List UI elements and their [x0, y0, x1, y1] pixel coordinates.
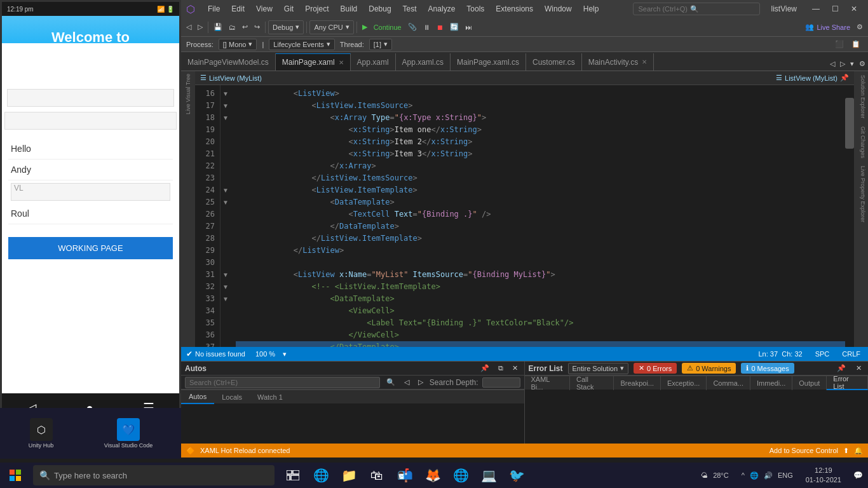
solution-filter-dropdown[interactable]: Entire Solution▾ — [568, 363, 629, 374]
menu-git[interactable]: Git — [279, 3, 299, 15]
toolbar-redo[interactable]: ↪ — [252, 20, 262, 34]
taskbar-store[interactable]: 🛍 — [363, 463, 390, 488]
subtab-immediate[interactable]: Immedi... — [750, 376, 792, 390]
git-changes-tab[interactable]: Git Changes — [854, 123, 868, 162]
search-depth-input[interactable] — [482, 377, 520, 388]
autos-close[interactable]: ✕ — [510, 362, 520, 376]
start-button[interactable] — [0, 463, 31, 488]
maximize-button[interactable]: ☐ — [826, 2, 844, 16]
autos-pin[interactable]: 📌 — [478, 362, 492, 376]
unity-hub-icon[interactable]: ⬡ Unity Hub — [29, 418, 54, 449]
fold-24[interactable]: ▼ — [222, 187, 229, 194]
phone-working-button[interactable]: WORKING PAGE — [8, 237, 173, 259]
fold-16[interactable]: ▼ — [222, 90, 229, 97]
toolbar-step[interactable]: ⏭ — [463, 20, 475, 34]
toolbar-save[interactable]: 💾 — [211, 20, 225, 34]
toolbar-back[interactable]: ◁ — [184, 20, 194, 34]
lifecycle-dropdown[interactable]: Lifecycle Events▾ — [269, 39, 334, 50]
taskbar-edge[interactable]: 🌐 — [308, 463, 334, 488]
fold-18[interactable]: ▼ — [222, 114, 229, 121]
breadcrumb-pin[interactable]: 📌 — [840, 74, 849, 82]
vs-search-box[interactable]: Search (Ctrl+Q) 🔍 — [633, 3, 760, 15]
tabs-settings[interactable]: ⚙ — [857, 57, 868, 71]
menu-analyze[interactable]: Analyze — [423, 3, 461, 15]
continue-btn[interactable]: ▶ — [360, 20, 370, 34]
scrollbar-thumb[interactable] — [845, 98, 854, 149]
solution-explorer-tab[interactable]: Solution Explorer — [854, 71, 868, 123]
menu-debug[interactable]: Debug — [363, 3, 396, 15]
menu-tools[interactable]: Tools — [461, 3, 489, 15]
phone-input-bar[interactable] — [4, 112, 177, 130]
tab-close-mainactivity[interactable]: ✕ — [642, 58, 647, 65]
live-visual-tree-label[interactable]: Live Visual Tree — [185, 74, 191, 114]
autos-search-input[interactable] — [185, 377, 380, 388]
tab-mainpagexamlcs[interactable]: MainPage.xaml.cs — [451, 53, 526, 71]
filter-btn[interactable]: ⬛ — [832, 37, 846, 51]
taskbar-taskview[interactable] — [280, 463, 306, 488]
line-ending[interactable]: CRLF — [839, 350, 863, 358]
tabs-dropdown[interactable]: ▾ — [848, 57, 857, 71]
notification-center-btn[interactable]: 💬 — [848, 463, 868, 488]
thread-dropdown[interactable]: [1]▾ — [369, 39, 392, 50]
menu-build[interactable]: Build — [336, 3, 363, 15]
process-dropdown[interactable]: [] Mono▾ — [219, 39, 257, 50]
menu-help[interactable]: Help — [578, 3, 604, 15]
toolbar-stop[interactable]: ⏹ — [434, 20, 446, 34]
subtab-exceptions[interactable]: Exceptio... — [661, 376, 707, 390]
notification-icon[interactable]: 🔔 — [854, 447, 863, 455]
error-list-close[interactable]: ✕ — [853, 362, 864, 376]
fold-32[interactable]: ▼ — [222, 283, 229, 290]
phone-vl-bar[interactable]: VL — [11, 183, 170, 201]
menu-project[interactable]: Project — [300, 3, 334, 15]
taskbar-firefox[interactable]: 🦊 — [419, 463, 446, 488]
tab-mainpageviewmodel[interactable]: MainPageViewModel.cs — [181, 53, 276, 71]
vscode-icon[interactable]: 💙 Visual Studio Code — [104, 418, 153, 449]
taskbar-chrome[interactable]: 🌐 — [447, 463, 474, 488]
taskbar-mail[interactable]: 📬 — [391, 463, 418, 488]
callstack-btn[interactable]: 📋 — [849, 37, 863, 51]
toolbar-forward[interactable]: ▷ — [195, 20, 205, 34]
subtab-output[interactable]: Output — [792, 376, 827, 390]
taskbar-explorer[interactable]: 📁 — [336, 463, 362, 488]
chevron-icon[interactable]: ^ — [742, 471, 745, 479]
messages-count-badge[interactable]: ℹ0 Messages — [741, 363, 794, 374]
statusbar-zoom-dropdown[interactable]: ▾ — [283, 350, 287, 358]
spacing-type[interactable]: SPC — [813, 350, 832, 358]
language-indicator[interactable]: ENG — [778, 471, 793, 479]
autos-nav-back[interactable]: ◁ — [402, 376, 412, 390]
add-source-control[interactable]: Add to Source Control — [770, 447, 838, 454]
tab-appxamlcs[interactable]: App.xaml.cs — [396, 53, 451, 71]
live-share-btn[interactable]: 👥 Live Share — [805, 23, 850, 31]
fold-17[interactable]: ▼ — [222, 102, 229, 109]
subtab-xamlbi[interactable]: XAML Bi... — [525, 376, 570, 390]
subtab-callstack[interactable]: Call Stack — [570, 376, 614, 390]
error-list-pin[interactable]: 📌 — [834, 362, 848, 376]
debug-config-dropdown[interactable]: Debug▾ — [268, 20, 304, 34]
cpu-dropdown[interactable]: Any CPU▾ — [309, 20, 353, 34]
fold-31[interactable]: ▼ — [222, 271, 229, 278]
taskbar-vs[interactable]: 💻 — [475, 463, 502, 488]
subtab-command[interactable]: Comma... — [707, 376, 750, 390]
autos-nav-fwd[interactable]: ▷ — [416, 376, 426, 390]
fold-25[interactable]: ▼ — [222, 199, 229, 206]
taskbar-clock[interactable]: 12:19 01-10-2021 — [799, 466, 848, 485]
toolbar-save-all[interactable]: 🗂 — [226, 20, 238, 34]
taskbar-bird[interactable]: 🐦 — [503, 463, 530, 488]
code-area[interactable]: <ListView> <ListView.ItemsSource> <x:Arr… — [231, 85, 845, 347]
toolbar-undo[interactable]: ↩ — [240, 20, 250, 34]
close-button[interactable]: ✕ — [845, 2, 863, 16]
subtab-autos[interactable]: Autos — [181, 390, 214, 404]
tabs-scroll-right[interactable]: ▷ — [837, 57, 848, 71]
warnings-count-badge[interactable]: ⚠0 Warnings — [682, 363, 736, 374]
subtab-watch1[interactable]: Watch 1 — [250, 390, 290, 404]
continue-label[interactable]: Continue — [371, 20, 404, 34]
tab-appxaml[interactable]: App.xaml — [351, 53, 396, 71]
network-icon[interactable]: 🌐 — [750, 471, 759, 480]
menu-test[interactable]: Test — [398, 3, 422, 15]
menu-window[interactable]: Window — [539, 3, 577, 15]
tab-mainactivitycs[interactable]: MainActivity.cs ✕ — [582, 53, 654, 71]
menu-view[interactable]: View — [251, 3, 278, 15]
live-property-explorer-tab[interactable]: Live Property Explorer — [854, 162, 868, 226]
toolbar-restart[interactable]: 🔄 — [447, 20, 461, 34]
tab-close-mainpage[interactable]: ✕ — [339, 59, 344, 66]
